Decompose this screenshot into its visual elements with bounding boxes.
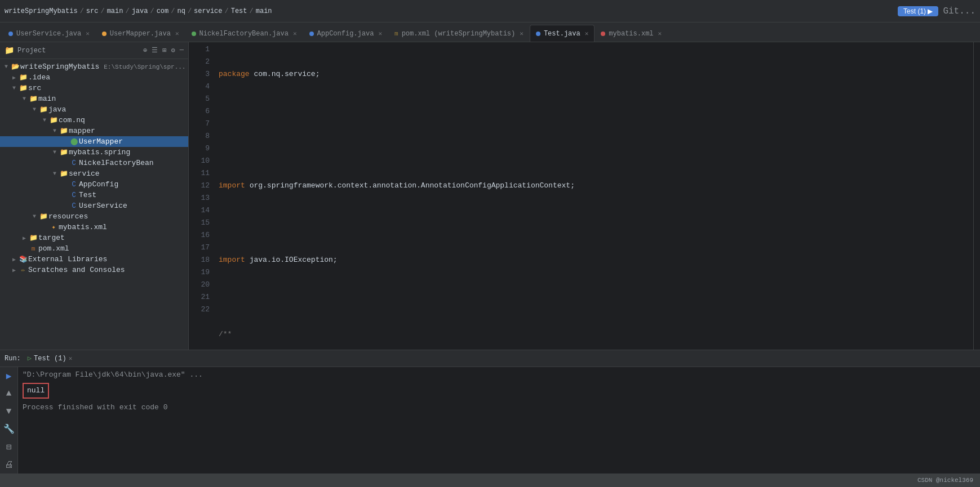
code-line: package com.nq.service; (219, 68, 973, 81)
close-icon[interactable]: ✕ (86, 30, 90, 37)
scroll-up-button[interactable]: ▲ (2, 387, 16, 401)
sidebar-item-mapper[interactable]: ▼ 📁 mapper (0, 126, 188, 136)
tab-pomxml[interactable]: m pom.xml (writeSpringMybatis) ✕ (388, 25, 530, 42)
sidebar-tree: ▼ 📂 writeSpringMybatis E:\Study\Spring\s… (0, 59, 188, 350)
tab-mybatisxml[interactable]: mybatis.xml ✕ (595, 25, 668, 42)
line-number: 3 (189, 68, 210, 81)
java-icon: C (69, 191, 79, 199)
tab-usermapper[interactable]: UserMapper.java ✕ (96, 25, 185, 42)
code-editor[interactable]: 1 2 3 4 5 6 7 8▶ 9 10 11 12 13▶ 14▶ 15 1… (189, 42, 980, 350)
code-line: import java.io.IOException; (219, 254, 973, 266)
sidebar-item-scratches[interactable]: ▶ ✏ Scratches and Consoles (0, 265, 188, 275)
code-line (219, 142, 973, 155)
tab-dot (102, 32, 107, 36)
run-tab[interactable]: ▷ Test (1) ✕ (23, 352, 77, 365)
sidebar-item-appconfig[interactable]: C AppConfig (0, 179, 188, 190)
sidebar-item-test[interactable]: C Test (0, 190, 188, 200)
sidebar-item-label: External Libraries (28, 255, 188, 263)
sidebar-item-main[interactable]: ▼ 📁 main (0, 93, 188, 104)
close-icon[interactable]: ✕ (658, 30, 662, 37)
sidebar-item-idea[interactable]: ▶ 📁 .idea (0, 72, 188, 83)
sidebar-item-mybatisxml[interactable]: ✦ mybatis.xml (0, 222, 188, 233)
sidebar-item-src[interactable]: ▼ 📁 src (0, 83, 188, 93)
folder-icon: 📁 (18, 73, 28, 82)
list-icon[interactable]: ☰ (152, 46, 158, 55)
line-number: 1 (189, 43, 210, 56)
folder-icon: 📁 (59, 127, 69, 135)
line-number: 8▶ (189, 130, 210, 142)
sidebar-item-mybatisspring[interactable]: ▼ 📁 mybatis.spring (0, 147, 188, 158)
git-icon[interactable]: Git... (943, 6, 975, 16)
line-number: 15 (189, 217, 210, 229)
cmd-line: "D:\Program File\jdk\64\bin\java.exe" ..… (23, 369, 975, 381)
csdn-label: CSDN @nickel369 (917, 477, 973, 484)
run-toolbar: ▶ ▲ ▼ 🔧 ⊟ 🖨 (0, 367, 18, 473)
tab-label: NickelFactoryBean.java (199, 30, 289, 38)
sidebar-item-target[interactable]: ▶ 📁 target (0, 233, 188, 243)
sidebar-item-userservice[interactable]: C UserService (0, 200, 188, 211)
close-icon[interactable]: ✕ (293, 30, 297, 37)
top-bar-right: Test (1) ▶ Git... (898, 6, 975, 16)
code-line: import org.springframework.context.annot… (219, 180, 973, 192)
sidebar-item-nickelfactorybean[interactable]: C NickelFactoryBean (0, 158, 188, 168)
arrow-icon: ▼ (51, 149, 59, 155)
add-icon[interactable]: ⊕ (143, 46, 147, 55)
code-line: /** (219, 328, 973, 341)
folder-icon: 📁 (28, 234, 38, 242)
run-button[interactable]: ▶ (2, 369, 16, 383)
wrench-icon[interactable]: 🔧 (2, 423, 16, 436)
run-test-button[interactable]: Test (1) ▶ (898, 6, 938, 16)
print-icon[interactable]: 🖨 (2, 458, 16, 472)
code-content[interactable]: package com.nq.service; import org.sprin… (214, 42, 973, 350)
sidebar-item-java[interactable]: ▼ 📁 java (0, 104, 188, 115)
run-output: "D:\Program File\jdk\64\bin\java.exe" ..… (18, 367, 980, 473)
line-number: 2 (189, 56, 210, 68)
tab-testjava[interactable]: Test.java ✕ (530, 25, 595, 42)
tab-label: pom.xml (writeSpringMybatis) (402, 30, 516, 38)
sidebar-item-label: writeSpringMybatis E:\Study\Spring\spr..… (20, 62, 188, 71)
arrow-icon: ▼ (30, 106, 38, 113)
minimize-icon[interactable]: — (180, 46, 184, 55)
tab-userservice[interactable]: UserService.java ✕ (2, 25, 96, 42)
top-bar: writeSpringMybatis / src / main / java /… (0, 0, 980, 23)
sidebar-item-label: UserMapper (79, 137, 188, 146)
scroll-down-button[interactable]: ▼ (2, 405, 16, 418)
sidebar-item-label: Test (79, 191, 188, 199)
sidebar-item-resources[interactable]: ▼ 📁 resources (0, 211, 188, 222)
settings-icon[interactable]: ⚙ (171, 46, 175, 55)
line-number: 12 (189, 180, 210, 192)
sidebar-title: Project (17, 47, 46, 55)
run-tab-icon: ▷ (28, 354, 32, 363)
sidebar-item-label: NickelFactoryBean (79, 159, 188, 167)
sidebar-item-usermapper[interactable]: ⬤ UserMapper (0, 136, 188, 147)
java-icon: C (69, 159, 79, 167)
line-numbers: 1 2 3 4 5 6 7 8▶ 9 10 11 12 13▶ 14▶ 15 1… (189, 42, 214, 350)
close-icon[interactable]: ✕ (69, 355, 73, 362)
sidebar-item-root[interactable]: ▼ 📂 writeSpringMybatis E:\Study\Spring\s… (0, 61, 188, 72)
close-icon[interactable]: ✕ (175, 30, 179, 37)
java-icon: C (69, 202, 79, 210)
sidebar-item-service[interactable]: ▼ 📁 service (0, 168, 188, 179)
line-number: 17 (189, 242, 210, 254)
close-icon[interactable]: ✕ (585, 30, 589, 37)
tab-appconfig[interactable]: AppConfig.java ✕ (303, 25, 388, 42)
arrow-icon: ▶ (10, 267, 18, 274)
sidebar-item-label: AppConfig (79, 180, 188, 189)
layout-icon[interactable]: ⊟ (2, 440, 16, 454)
line-number: 14▶ (189, 204, 210, 217)
sidebar-item-extlibs[interactable]: ▶ 📚 External Libraries (0, 254, 188, 265)
line-number: 11 (189, 167, 210, 180)
sidebar-item-comnq[interactable]: ▼ 📁 com.nq (0, 115, 188, 126)
split-icon[interactable]: ⊞ (162, 46, 166, 55)
sidebar-item-label: com.nq (59, 116, 188, 124)
tab-nickelfactorybean[interactable]: NickelFactoryBean.java ✕ (185, 25, 303, 42)
close-icon[interactable]: ✕ (520, 30, 524, 37)
sidebar-item-label: mybatis.xml (59, 223, 188, 231)
java-icon: C (69, 181, 79, 189)
line-number: 20 (189, 279, 210, 291)
line-number: 18 (189, 254, 210, 266)
breadcrumb: writeSpringMybatis / src / main / java /… (5, 7, 894, 15)
sidebar-item-label: mapper (69, 127, 188, 135)
close-icon[interactable]: ✕ (378, 30, 382, 37)
sidebar-item-pomxml[interactable]: m pom.xml (0, 243, 188, 254)
